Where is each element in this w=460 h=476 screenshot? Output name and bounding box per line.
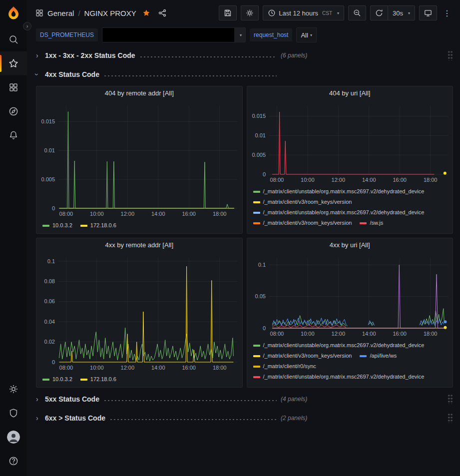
legend-series-toggle[interactable]: /api/live/ws [360, 351, 397, 361]
tv-mode-button[interactable] [419, 5, 437, 20]
time-range-label: Last 12 hours [279, 9, 318, 17]
caret-down-icon: ▾ [240, 33, 242, 37]
datasource-variable-label: DS_PROMETHEUS [36, 28, 98, 41]
favorite-star-button[interactable] [140, 8, 152, 18]
sidebar-item-profile[interactable] [0, 425, 27, 449]
time-range-picker[interactable]: Last 12 hours CST ▾ [263, 5, 344, 20]
svg-text:0.04: 0.04 [44, 319, 55, 325]
row-drag-handle[interactable] [448, 50, 453, 60]
gear-icon [8, 384, 18, 394]
row-header-4xx[interactable]: › 4xx Status Code [36, 67, 453, 82]
grafana-app: › General / NGINX PROXY [0, 0, 460, 476]
svg-text:12:00: 12:00 [121, 211, 135, 217]
svg-text:12:00: 12:00 [331, 331, 345, 337]
share-button[interactable] [156, 8, 168, 18]
toolbar: Last 12 hours CST ▾ 30s ▾ [215, 5, 454, 20]
legend-row: /_matrix/client/v3/room_keys/version/sw.… [253, 218, 448, 228]
request-host-variable-label: request_host [250, 28, 292, 41]
refresh-button[interactable] [370, 5, 388, 20]
row-panel-count: (6 panels) [281, 52, 307, 59]
legend-series-toggle[interactable]: /_matrix/client/unstable/org.matrix.msc2… [253, 372, 425, 382]
row-header-1xx-3xx-2xx[interactable]: › 1xx - 3xx - 2xx Status Code (6 panels) [36, 48, 453, 63]
legend-series-toggle[interactable]: /sw.js [360, 218, 383, 228]
panel-title[interactable]: 404 by uri [All] [247, 86, 453, 100]
legend-series-toggle[interactable]: /_matrix/client/unstable/org.matrix.msc2… [253, 340, 425, 351]
svg-text:16:00: 16:00 [393, 331, 407, 337]
legend-series-toggle[interactable]: /_matrix/client/r0/sync [253, 361, 316, 372]
request-host-variable-select[interactable]: All ▾ [296, 27, 316, 42]
sidebar-item-search[interactable] [0, 27, 27, 51]
row-header-5xx[interactable]: › 5xx Status Code (4 panels) [36, 392, 453, 407]
time-series-chart[interactable]: 08:0010:0012:0014:0016:0018:0000.020.040… [36, 252, 242, 372]
sidebar-item-configuration[interactable] [0, 377, 27, 401]
sidebar-item-help[interactable] [0, 449, 27, 473]
panel-title[interactable]: 4xx by uri [All] [247, 238, 453, 252]
chart-svg: 08:0010:0012:0014:0016:0018:0000.020.040… [36, 252, 242, 372]
grafana-logo[interactable] [6, 5, 21, 20]
star-icon [8, 58, 18, 68]
legend-row: /_matrix/client/unstable/org.matrix.msc2… [253, 340, 448, 351]
series-color-icon [80, 379, 87, 381]
panel-title[interactable]: 4xx by remote addr [All] [36, 238, 242, 252]
clock-icon [268, 9, 276, 17]
panel-4xx-by-remote-addr: 4xx by remote addr [All] 08:0010:0012:00… [36, 238, 243, 388]
legend-series-toggle[interactable]: 10.0.3.2 [42, 374, 72, 385]
series-color-icon [253, 366, 260, 368]
refresh-control: 30s ▾ [370, 5, 415, 20]
compass-icon [8, 106, 18, 116]
row-title: 5xx Status Code [45, 395, 99, 403]
more-options-kebab[interactable]: ⋮ [440, 8, 454, 18]
panel-legend: /_matrix/client/unstable/org.matrix.msc2… [247, 338, 453, 382]
legend-series-toggle[interactable]: /_matrix/client/v3/room_keys/version [253, 218, 352, 228]
legend-series-toggle[interactable]: /_matrix/client/v3/room_keys/version [253, 351, 352, 361]
breadcrumb-dashboard-title[interactable]: NGINX PROXY [84, 9, 136, 17]
variables-bar: DS_PROMETHEUS ▾ request_host All ▾ [27, 26, 460, 44]
svg-text:18:00: 18:00 [423, 331, 437, 337]
sidebar-item-explore[interactable] [0, 99, 27, 123]
time-series-chart[interactable]: 08:0010:0012:0014:0016:0018:0000.050.1 [247, 252, 453, 338]
legend-series-label: /sw.js [370, 218, 383, 228]
legend-series-toggle[interactable]: 10.0.3.2 [42, 220, 72, 231]
legend-row: 10.0.3.2172.18.0.6 [42, 374, 237, 385]
time-series-chart[interactable]: 08:0010:0012:0014:0016:0018:0000.0050.01… [247, 100, 453, 184]
legend-series-label: 172.18.0.6 [90, 374, 116, 385]
sidebar-item-starred[interactable] [0, 51, 27, 75]
legend-series-toggle[interactable]: /_matrix/client/unstable/org.matrix.msc2… [253, 207, 425, 218]
caret-down-icon: ▾ [337, 11, 339, 15]
zoom-out-button[interactable] [348, 5, 366, 20]
breadcrumb-separator: / [78, 9, 80, 17]
legend-series-toggle[interactable]: 172.18.0.6 [80, 374, 116, 385]
legend-series-label: 10.0.3.2 [52, 220, 72, 231]
dashboard-header: General / NGINX PROXY La [27, 0, 460, 26]
legend-series-toggle[interactable]: /_matrix/client/unstable/org.matrix.msc2… [253, 186, 425, 197]
series-color-icon [253, 355, 260, 357]
dashboard-settings-button[interactable] [241, 5, 259, 20]
breadcrumb-folder[interactable]: General [47, 9, 74, 17]
row-drag-handle[interactable] [448, 394, 453, 404]
svg-text:0: 0 [52, 359, 55, 365]
series-color-icon [253, 222, 260, 224]
svg-text:16:00: 16:00 [393, 177, 407, 183]
legend-series-label: 10.0.3.2 [52, 374, 72, 385]
svg-text:0.06: 0.06 [44, 298, 55, 304]
sidebar-collapse-button[interactable]: › [23, 22, 31, 30]
row-title: 4xx Status Code [45, 70, 99, 78]
gear-icon [246, 9, 254, 17]
row-drag-handle[interactable] [448, 413, 453, 423]
legend-series-toggle[interactable]: /_matrix/client/v3/room_keys/version [253, 197, 352, 207]
svg-text:0.02: 0.02 [44, 339, 55, 345]
panel-title[interactable]: 404 by remote addr [All] [36, 86, 242, 100]
save-dashboard-button[interactable] [219, 5, 237, 20]
refresh-icon [375, 9, 383, 17]
sidebar-item-alerting[interactable] [0, 123, 27, 147]
time-series-chart[interactable]: 08:0010:0012:0014:0016:0018:0000.0050.01… [36, 100, 242, 218]
refresh-interval-dropdown[interactable]: 30s ▾ [388, 5, 415, 20]
monitor-icon [424, 9, 432, 17]
sidebar-item-server-admin[interactable] [0, 401, 27, 425]
legend-series-toggle[interactable]: 172.18.0.6 [80, 220, 116, 231]
sidebar-item-dashboards[interactable] [0, 75, 27, 99]
row-header-6xx[interactable]: › 6xx > Status Code (2 panels) [36, 411, 453, 426]
datasource-variable-select[interactable]: ▾ [102, 27, 246, 42]
panel-grid: 404 by remote addr [All] 08:0010:0012:00… [36, 86, 453, 388]
panel-404-by-remote-addr: 404 by remote addr [All] 08:0010:0012:00… [36, 86, 243, 234]
